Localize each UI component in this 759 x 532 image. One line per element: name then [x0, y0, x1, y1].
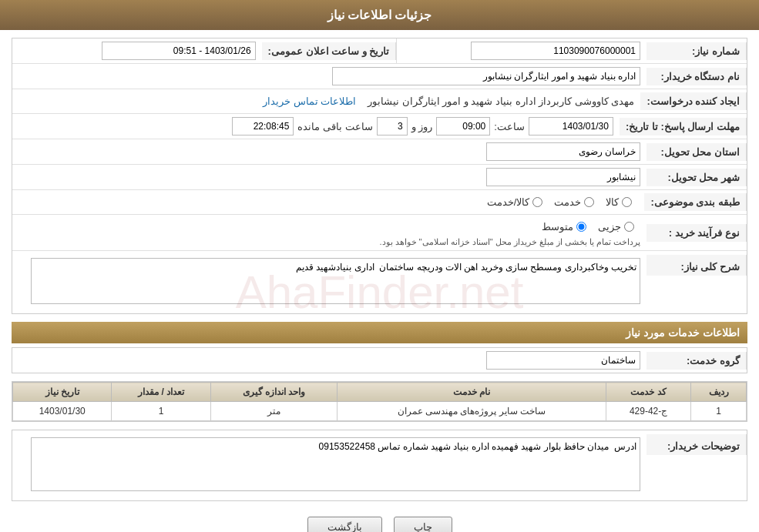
services-table-container: ردیف کد خدمت نام خدمت واحد اندازه گیری ت…	[12, 381, 747, 422]
page-title: جزئیات اطلاعات نیاز	[327, 8, 432, 22]
grooh-value	[12, 348, 646, 373]
radio-kala: کالا	[606, 196, 632, 208]
baqi-input[interactable]	[232, 117, 294, 136]
jozii-radio[interactable]	[624, 222, 634, 232]
table-header-row: ردیف کد خدمت نام خدمت واحد اندازه گیری ت…	[13, 383, 747, 402]
sharh-textarea[interactable]: تخریب وخاکبرداری ومسطح سازی وخرید اهن ال…	[31, 258, 640, 304]
cell-kod: ج-42-429	[606, 402, 691, 421]
tabaqe-radio-group: کالا خدمت کالا/خدمت	[18, 193, 638, 211]
noe-farayand-value: جزیی متوسط پرداخت تمام یا بخشی از مبلغ خ…	[12, 215, 646, 250]
baqi-label: ساعت باقی مانده	[297, 121, 372, 132]
services-table: ردیف کد خدمت نام خدمت واحد اندازه گیری ت…	[12, 382, 747, 421]
jozii-label: جزیی	[598, 221, 621, 233]
radio-motovaset: متوسط	[542, 221, 586, 233]
radio-khedmat: خدمت	[554, 196, 594, 208]
row-ostan: استان محل تحویل:	[12, 139, 747, 165]
col-radif: ردیف	[691, 383, 747, 402]
ostan-input[interactable]	[486, 142, 640, 161]
cell-nam: ساخت سایر پروژه‌های مهندسی عمران	[338, 402, 606, 421]
shomara-niaz-input[interactable]	[471, 42, 640, 60]
col-vahed: واحد اندازه گیری	[210, 383, 337, 402]
date-input[interactable]	[529, 117, 613, 136]
motovaset-radio[interactable]	[576, 222, 586, 232]
col-tedaad: تعداد / مقدار	[112, 383, 210, 402]
cell-radif: 1	[691, 402, 747, 421]
nam-dastgah-value	[12, 64, 646, 89]
khedmat-label: خدمت	[554, 196, 581, 208]
col-nam: نام خدمت	[338, 383, 606, 402]
col-tarikh: تاریخ نیاز	[13, 383, 112, 402]
ij-konande-value: مهدی کاووشی کاربرداز اداره بنیاد شهید و …	[12, 92, 640, 110]
row-mohlat: مهلت ارسال پاسخ: تا تاریخ: ساعت: روز و س…	[12, 114, 747, 139]
ij-konande-label: ایجاد کننده درخواست:	[640, 92, 747, 110]
nam-dastgah-label: نام دستگاه خریدار:	[646, 68, 747, 85]
row-description: توضیحات خریدار: ادرس میدان حافظ بلوار شه…	[12, 430, 747, 500]
shahr-value	[12, 165, 646, 189]
cell-tedaad: 1	[112, 402, 210, 421]
noe-radio-group: جزیی متوسط	[18, 218, 640, 236]
noe-notice: پرداخت تمام یا بخشی از مبلغ خریداز محل "…	[379, 236, 640, 248]
page-wrapper: جزئیات اطلاعات نیاز AhaFinder.net شماره …	[0, 0, 759, 532]
tarikh-aalan-label: تاریخ و ساعت اعلان عمومی:	[262, 42, 397, 60]
row-nam-dastgah: نام دستگاه خریدار:	[12, 64, 747, 89]
cell-tarikh: 1403/01/30	[13, 402, 112, 421]
row-shomara-tarikh: شماره نیاز: تاریخ و ساعت اعلان عمومی:	[12, 38, 747, 64]
ostan-label: استان محل تحویل:	[646, 143, 747, 161]
radio-kala-khedmat: کالا/خدمت	[487, 196, 543, 208]
row-grooh: گروه خدمت:	[12, 348, 747, 373]
kala-radio[interactable]	[622, 197, 632, 207]
col-kod: کد خدمت	[606, 383, 691, 402]
kala-khedmat-label: کالا/خدمت	[487, 196, 530, 208]
kala-label: کالا	[606, 196, 619, 208]
ij-konande-text: مهدی کاووشی کاربرداز اداره بنیاد شهید و …	[368, 95, 635, 107]
nam-dastgah-input[interactable]	[332, 67, 640, 85]
back-button[interactable]: بازگشت	[307, 517, 382, 532]
buttons-row: چاپ بازگشت	[12, 509, 747, 532]
grooh-label: گروه خدمت:	[646, 352, 747, 370]
shahr-input[interactable]	[486, 168, 640, 186]
kala-khedmat-radio[interactable]	[532, 197, 542, 207]
page-header: جزئیات اطلاعات نیاز	[0, 0, 759, 30]
main-content: AhaFinder.net شماره نیاز: تاریخ و ساعت ا…	[0, 30, 759, 532]
row-shahr: شهر محل تحویل:	[12, 165, 747, 190]
motovaset-label: متوسط	[542, 221, 573, 233]
tarikh-aalan-value	[12, 38, 262, 63]
tarikh-aalan-input[interactable]	[102, 42, 256, 60]
shomara-niaz-value	[396, 38, 646, 63]
ij-konande-link[interactable]: اطلاعات تماس خریدار	[263, 95, 356, 107]
mohlat-label: مهلت ارسال پاسخ: تا تاریخ:	[620, 118, 747, 136]
khadamat-section-title: اطلاعات خدمات مورد نیاز	[12, 322, 747, 343]
table-row: 1 ج-42-429 ساخت سایر پروژه‌های مهندسی عم…	[13, 402, 747, 421]
shomara-niaz-label: شماره نیاز:	[646, 42, 747, 60]
noe-farayand-label: نوع فرآیند خرید :	[646, 224, 747, 242]
saaat-label: ساعت:	[494, 121, 525, 132]
row-tabaqe: طبقه بندی موضوعی: کالا خدمت کالا/خدمت	[12, 190, 747, 215]
tabaqe-label: طبقه بندی موضوعی:	[644, 193, 747, 211]
shahr-label: شهر محل تحویل:	[646, 169, 747, 186]
description-textarea[interactable]: ادرس میدان حافظ بلوار شهید فهمیده اداره …	[31, 437, 640, 491]
description-form-section: توضیحات خریدار: ادرس میدان حافظ بلوار شه…	[12, 430, 747, 501]
cell-vahed: متر	[210, 402, 337, 421]
ostan-value	[12, 139, 646, 164]
sharh-label: شرح کلی نیاز:	[646, 255, 747, 276]
tabaqe-value: کالا خدمت کالا/خدمت	[12, 190, 644, 214]
mohlat-inputs: ساعت: روز و ساعت باقی مانده	[18, 117, 613, 136]
main-form-section: شماره نیاز: تاریخ و ساعت اعلان عمومی: نا…	[12, 38, 747, 314]
rooz-label: روز و	[411, 121, 433, 132]
row-ij-konande: ایجاد کننده درخواست: مهدی کاووشی کاربردا…	[12, 89, 747, 114]
description-value: ادرس میدان حافظ بلوار شهید فهمیده اداره …	[12, 434, 646, 497]
saaat-input[interactable]	[436, 117, 490, 136]
print-button[interactable]: چاپ	[394, 517, 452, 532]
grooh-input[interactable]	[486, 351, 640, 370]
rooz-input[interactable]	[377, 117, 408, 136]
khedmat-radio[interactable]	[584, 197, 594, 207]
radio-jozii: جزیی	[598, 221, 634, 233]
mohlat-value: ساعت: روز و ساعت باقی مانده	[12, 114, 620, 139]
description-label: توضیحات خریدار:	[646, 434, 747, 455]
row-noe-farayand: نوع فرآیند خرید : جزیی متوسط پرداخت تمام…	[12, 215, 747, 251]
row-sharh: شرح کلی نیاز: تخریب وخاکبرداری ومسطح ساز…	[12, 251, 747, 313]
grooh-form-section: گروه خدمت:	[12, 347, 747, 373]
sharh-value: تخریب وخاکبرداری ومسطح سازی وخرید اهن ال…	[12, 255, 646, 309]
